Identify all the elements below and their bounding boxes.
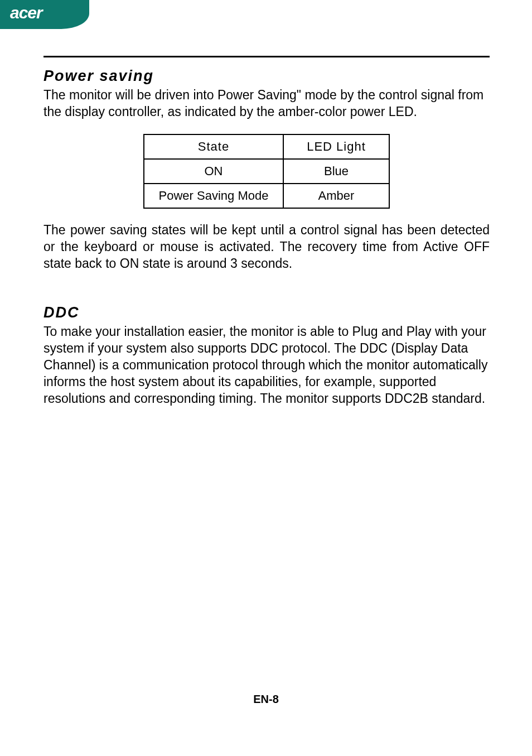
table-row: Power Saving Mode Amber: [144, 184, 389, 208]
table-row: ON Blue: [144, 159, 389, 184]
ddc-body: To make your installation easier, the mo…: [43, 324, 490, 407]
page-number: EN-8: [0, 693, 532, 706]
cell-led-1: Amber: [283, 184, 389, 208]
power-saving-intro: The monitor will be driven into Power Sa…: [43, 87, 490, 121]
led-state-table: State LED Light ON Blue Power Saving Mod…: [143, 134, 390, 209]
brand-logo: acer: [10, 3, 42, 22]
heading-power-saving: Power saving: [43, 68, 490, 85]
th-state: State: [144, 134, 283, 159]
top-rule: [43, 56, 490, 57]
table-header-row: State LED Light: [144, 134, 389, 159]
header-tab: acer: [0, 0, 89, 29]
cell-led-0: Blue: [283, 159, 389, 184]
page-content: Power saving The monitor will be driven …: [43, 56, 490, 421]
cell-state-0: ON: [144, 159, 283, 184]
heading-ddc: DDC: [43, 304, 490, 321]
power-saving-outro: The power saving states will be kept unt…: [43, 222, 490, 272]
cell-state-1: Power Saving Mode: [144, 184, 283, 208]
th-led: LED Light: [283, 134, 389, 159]
